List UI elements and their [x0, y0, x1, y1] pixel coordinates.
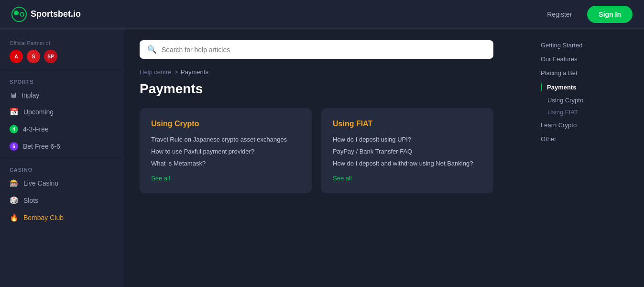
- badge-4: 4: [10, 125, 18, 133]
- sidebar-item-livecasino[interactable]: 🎰 Live Casino: [0, 175, 124, 192]
- sidebar: Official Partner of A S SP Sports 🖥 Inpl…: [0, 29, 124, 287]
- partner-spfc: SP: [44, 50, 57, 63]
- upcoming-icon: 📅: [10, 108, 19, 116]
- badge-6: 6: [10, 142, 18, 151]
- upcoming-label: Upcoming: [23, 108, 54, 116]
- main-content: 🔍 Help centre > Payments Payments Using …: [124, 29, 529, 287]
- search-icon: 🔍: [147, 45, 157, 54]
- logo-area: Sportsbet.io: [11, 7, 81, 22]
- sidebar-item-slots[interactable]: 🎲 Slots: [0, 192, 124, 209]
- card-crypto-link-3[interactable]: What is Metamask?: [151, 160, 300, 167]
- inplay-icon: 🖥: [10, 91, 17, 99]
- breadcrumb-sep: >: [174, 68, 178, 76]
- betfree-label: Bet Free 6-6: [23, 143, 60, 150]
- search-bar[interactable]: 🔍: [140, 40, 493, 59]
- divider-1: [0, 71, 124, 71]
- svg-point-1: [14, 11, 19, 15]
- nav-learn-crypto[interactable]: Learn Crypto: [537, 118, 636, 132]
- divider-2: [0, 159, 124, 159]
- nav-payments[interactable]: Payments: [537, 80, 636, 94]
- card-fiat-link-1[interactable]: How do I deposit using UPI?: [333, 136, 482, 143]
- breadcrumb-current: Payments: [181, 68, 208, 76]
- partner-logos: A S SP: [0, 48, 124, 67]
- cards-row: Using Crypto Travel Rule on Japanese cry…: [140, 108, 493, 193]
- card-crypto: Using Crypto Travel Rule on Japanese cry…: [140, 108, 312, 193]
- bombay-label: Bombay Club: [23, 214, 64, 221]
- header: Sportsbet.io Register Sign In: [0, 0, 644, 29]
- card-fiat-see-all[interactable]: See all: [333, 175, 482, 182]
- svg-point-2: [20, 12, 24, 16]
- logo-text: Sportsbet.io: [31, 9, 81, 19]
- livecasino-icon: 🎰: [10, 179, 19, 188]
- breadcrumb: Help centre > Payments: [140, 68, 514, 76]
- nav-our-features[interactable]: Our Features: [537, 52, 636, 66]
- sidebar-item-bombay[interactable]: 🔥 Bombay Club: [0, 209, 124, 226]
- sidebar-item-upcoming[interactable]: 📅 Upcoming: [0, 103, 124, 121]
- sidebar-item-betfree[interactable]: 6 Bet Free 6-6: [0, 138, 124, 155]
- header-right: Register Sign In: [539, 6, 633, 23]
- signin-button[interactable]: Sign In: [587, 6, 633, 23]
- card-crypto-link-2[interactable]: How to use Paxful payment provider?: [151, 148, 300, 155]
- partner-label: Official Partner of: [0, 36, 124, 48]
- page-title: Payments: [140, 81, 514, 97]
- slots-icon: 🎲: [10, 196, 19, 205]
- sidebar-item-443free[interactable]: 4 4-3-Free: [0, 121, 124, 138]
- search-input[interactable]: [162, 46, 486, 54]
- inplay-label: Inplay: [22, 91, 39, 99]
- breadcrumb-home[interactable]: Help centre: [140, 68, 171, 76]
- register-button[interactable]: Register: [539, 7, 579, 22]
- slots-label: Slots: [23, 197, 38, 204]
- main-layout: Official Partner of A S SP Sports 🖥 Inpl…: [0, 29, 644, 287]
- livecasino-label: Live Casino: [23, 179, 58, 187]
- nav-sub-using-crypto[interactable]: Using Crypto: [537, 94, 636, 106]
- right-nav: Getting Started Our Features Placing a B…: [529, 29, 644, 287]
- nav-getting-started[interactable]: Getting Started: [537, 38, 636, 52]
- card-fiat-title: Using FIAT: [333, 120, 482, 128]
- sports-label: Sports: [0, 75, 124, 87]
- card-crypto-see-all[interactable]: See all: [151, 175, 300, 182]
- card-fiat-link-3[interactable]: How do I deposit and withdraw using Net …: [333, 160, 482, 167]
- partner-soton: S: [27, 50, 40, 63]
- partner-arsenal: A: [10, 50, 23, 63]
- card-fiat-link-2[interactable]: PayPay / Bank Transfer FAQ: [333, 148, 482, 155]
- sidebar-item-inplay[interactable]: 🖥 Inplay: [0, 87, 124, 103]
- nav-other[interactable]: Other: [537, 132, 636, 146]
- casino-label: Casino: [0, 163, 124, 175]
- card-crypto-title: Using Crypto: [151, 120, 300, 128]
- logo-icon: [11, 7, 27, 22]
- bombay-icon: 🔥: [10, 213, 19, 222]
- 443free-label: 4-3-Free: [23, 125, 49, 133]
- nav-placing-bet[interactable]: Placing a Bet: [537, 66, 636, 80]
- card-crypto-link-1[interactable]: Travel Rule on Japanese crypto asset exc…: [151, 136, 300, 143]
- nav-sub-using-fiat[interactable]: Using FIAT: [537, 106, 636, 118]
- card-fiat: Using FIAT How do I deposit using UPI? P…: [321, 108, 493, 193]
